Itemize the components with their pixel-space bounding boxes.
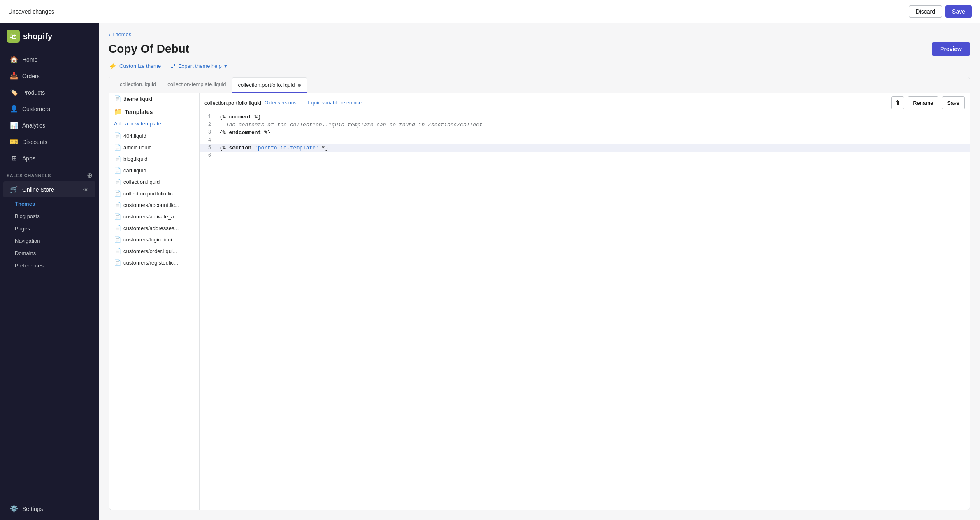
editor-area: collection.liquid collection-template.li… — [109, 77, 970, 510]
sidebar-item-apps[interactable]: ⊞ Apps — [3, 150, 95, 166]
discard-button[interactable]: Discard — [909, 5, 942, 18]
tabs-bar: collection.liquid collection-template.li… — [109, 77, 970, 93]
apps-icon: ⊞ — [10, 154, 18, 162]
sidebar-item-online-store-label: Online Store — [22, 186, 54, 193]
sidebar-sub-item-navigation[interactable]: Navigation — [3, 235, 95, 247]
sales-channels-label: SALES CHANNELS — [7, 173, 51, 178]
code-content[interactable]: 1 {% comment %} 2 The contents of the co… — [200, 113, 970, 510]
file-icon: 📄 — [114, 179, 121, 185]
page-header: ‹ Themes Copy Of Debut Preview ⚡ Customi… — [99, 23, 980, 77]
breadcrumb[interactable]: ‹ Themes — [109, 31, 970, 37]
sidebar-item-customers[interactable]: 👤 Customers — [3, 101, 95, 117]
code-line-5: 5 {% section 'portfolio-template' %} — [200, 144, 970, 152]
online-store-icon: 🛒 — [10, 186, 18, 193]
line-code-5: {% section 'portfolio-template' %} — [216, 144, 970, 152]
delete-file-button[interactable]: 🗑 — [891, 96, 904, 109]
sidebar-item-discounts[interactable]: 🎫 Discounts — [3, 134, 95, 150]
customers-icon: 👤 — [10, 105, 18, 113]
rename-button[interactable]: Rename — [908, 96, 938, 109]
liquid-ref-link[interactable]: Liquid variable reference — [308, 100, 362, 106]
sidebar-item-online-store[interactable]: 🛒 Online Store 👁 — [3, 181, 95, 197]
file-icon: 📄 — [114, 202, 121, 208]
customize-theme-link[interactable]: ⚡ Customize theme — [109, 62, 161, 70]
file-tree-item-9[interactable]: 📄 customers/login.liqui... — [109, 234, 199, 245]
file-tree-item-5[interactable]: 📄 collection.portfolio.lic... — [109, 188, 199, 199]
file-tree-item-theme-liquid[interactable]: 📄 theme.liquid — [109, 93, 199, 104]
file-tree-item-11[interactable]: 📄 customers/register.lic... — [109, 257, 199, 268]
tab-unsaved-dot — [298, 84, 301, 87]
sidebar-item-home[interactable]: 🏠 Home — [3, 51, 95, 67]
sidebar: 🛍 shopify 🏠 Home 📥 Orders 🏷️ Products 👤 … — [0, 23, 99, 520]
sidebar-item-orders-label: Orders — [22, 73, 40, 79]
sidebar-item-customers-label: Customers — [22, 106, 50, 112]
sidebar-sub-item-pages[interactable]: Pages — [3, 223, 95, 234]
line-num-4: 4 — [200, 137, 216, 144]
code-line-6: 6 — [200, 152, 970, 159]
save-button[interactable]: Save — [945, 5, 972, 18]
file-tree-item-6[interactable]: 📄 customers/account.lic... — [109, 199, 199, 211]
file-tree-item-0[interactable]: 📄 404.liquid — [109, 130, 199, 142]
topbar-actions: Discard Save — [909, 5, 972, 18]
sidebar-item-settings-label: Settings — [22, 506, 43, 512]
code-line-3: 3 {% endcomment %} — [200, 129, 970, 137]
tab-collection-liquid[interactable]: collection.liquid — [114, 77, 162, 93]
customize-icon: ⚡ — [109, 62, 117, 70]
sidebar-item-analytics[interactable]: 📊 Analytics — [3, 117, 95, 133]
file-tree-item-4[interactable]: 📄 collection.liquid — [109, 176, 199, 188]
file-tree-item-8-label: customers/addresses... — [123, 225, 179, 231]
sidebar-sub-item-pages-label: Pages — [15, 225, 30, 232]
file-tree-item-2-label: blog.liquid — [123, 156, 148, 162]
file-tree-item-3[interactable]: 📄 cart.liquid — [109, 165, 199, 176]
file-tree-item-2[interactable]: 📄 blog.liquid — [109, 153, 199, 165]
file-icon: 📄 — [114, 132, 121, 139]
file-tree-item-11-label: customers/register.lic... — [123, 260, 178, 266]
save-code-button[interactable]: Save — [942, 96, 965, 109]
sidebar-sub-item-themes-label: Themes — [15, 201, 35, 207]
sidebar-sub-item-domains[interactable]: Domains — [3, 247, 95, 259]
file-icon: 📄 — [114, 259, 121, 266]
line-code-4 — [216, 137, 970, 144]
code-toolbar-right: 🗑 Rename Save — [891, 96, 965, 109]
line-num-1: 1 — [200, 113, 216, 121]
customize-theme-label: Customize theme — [119, 63, 161, 69]
tab-collection-portfolio-liquid[interactable]: collection.portfolio.liquid — [232, 77, 307, 93]
sidebar-sub-item-blog-posts[interactable]: Blog posts — [3, 210, 95, 222]
sidebar-item-settings[interactable]: ⚙️ Settings — [3, 501, 95, 517]
expert-icon: 🛡 — [169, 63, 176, 70]
file-tree-item-theme-liquid-label: theme.liquid — [123, 96, 152, 102]
file-icon: 📄 — [114, 95, 121, 102]
sidebar-sub-item-preferences[interactable]: Preferences — [3, 260, 95, 272]
shopify-logo-icon: 🛍 — [7, 30, 20, 43]
sidebar-item-orders[interactable]: 📥 Orders — [3, 68, 95, 84]
analytics-icon: 📊 — [10, 121, 18, 129]
sidebar-nav: 🏠 Home 📥 Orders 🏷️ Products 👤 Customers … — [0, 51, 99, 497]
file-tree-item-1[interactable]: 📄 article.liquid — [109, 142, 199, 153]
folder-icon: 📁 — [114, 108, 122, 116]
file-icon: 📄 — [114, 248, 121, 254]
add-template-link[interactable]: Add a new template — [109, 119, 199, 130]
sidebar-sub-item-themes[interactable]: Themes — [3, 198, 95, 210]
home-icon: 🏠 — [10, 56, 18, 63]
eye-icon: 👁 — [83, 186, 89, 193]
file-tree-item-4-label: collection.liquid — [123, 179, 160, 185]
file-tree-section-templates-label: Templates — [125, 109, 153, 115]
preview-button[interactable]: Preview — [932, 42, 970, 56]
sidebar-item-products[interactable]: 🏷️ Products — [3, 84, 95, 100]
sidebar-sub-item-domains-label: Domains — [15, 250, 36, 256]
file-tree-item-7[interactable]: 📄 customers/activate_a... — [109, 211, 199, 222]
code-line-4: 4 — [200, 137, 970, 144]
tab-collection-template-liquid[interactable]: collection-template.liquid — [162, 77, 232, 93]
theme-actions: ⚡ Customize theme 🛡 Expert theme help ▾ — [109, 62, 970, 70]
expert-help-link[interactable]: 🛡 Expert theme help ▾ — [169, 63, 227, 70]
older-versions-link[interactable]: Older versions — [265, 100, 296, 106]
file-tree-item-10[interactable]: 📄 customers/order.liqui... — [109, 245, 199, 257]
file-icon: 📄 — [114, 236, 121, 243]
sidebar-sub-item-blog-posts-label: Blog posts — [15, 213, 40, 219]
expert-help-label: Expert theme help — [178, 63, 222, 69]
file-tree-item-8[interactable]: 📄 customers/addresses... — [109, 222, 199, 234]
add-sales-channel-button[interactable]: ⊕ — [87, 172, 93, 179]
tab-collection-portfolio-liquid-label: collection.portfolio.liquid — [238, 82, 295, 88]
breadcrumb-arrow: ‹ — [109, 31, 110, 37]
file-tree-item-5-label: collection.portfolio.lic... — [123, 190, 177, 197]
products-icon: 🏷️ — [10, 88, 18, 96]
